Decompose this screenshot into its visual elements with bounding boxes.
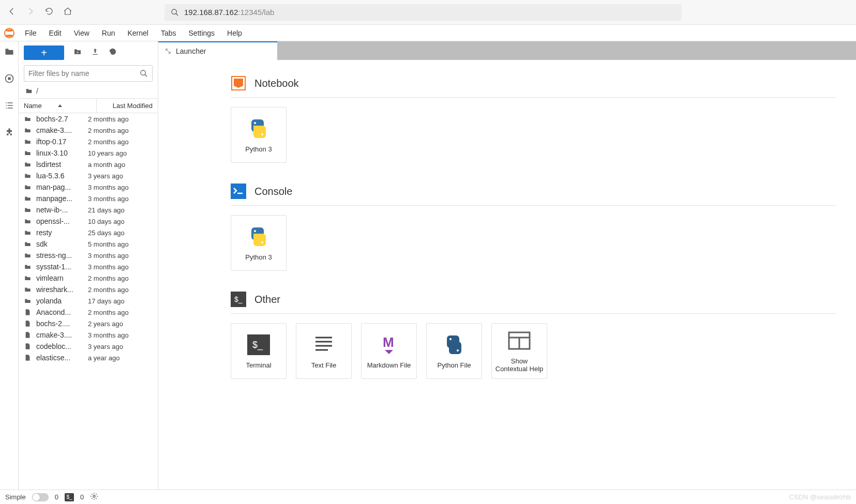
file-list[interactable]: bochs-2.72 months agocmake-3....2 months… xyxy=(19,113,158,490)
file-icon xyxy=(24,354,33,361)
folder-icon xyxy=(24,172,33,179)
launcher-card[interactable]: Python 3 xyxy=(231,107,287,163)
address-bar[interactable]: 192.168.87.162:12345/lab xyxy=(164,4,682,21)
menu-tabs[interactable]: Tabs xyxy=(155,25,183,41)
folder-icon xyxy=(24,149,33,157)
file-row[interactable]: sysstat-1...3 months ago xyxy=(19,261,158,272)
card-label: Python 3 xyxy=(245,145,272,153)
launcher-card[interactable]: Python 3 xyxy=(231,215,287,271)
folder-icon xyxy=(24,286,33,293)
toc-tab-icon[interactable] xyxy=(4,100,14,113)
app-menubar: FileEditViewRunKernelTabsSettingsHelp xyxy=(0,25,856,41)
file-row[interactable]: lsdirtesta month ago xyxy=(19,159,158,170)
file-row[interactable]: netw-ib-...21 days ago xyxy=(19,204,158,216)
search-icon xyxy=(171,8,179,17)
simple-toggle[interactable] xyxy=(32,493,49,501)
breadcrumb[interactable]: / xyxy=(19,85,158,98)
file-row[interactable]: Anacond...2 months ago xyxy=(19,307,158,318)
forward-button[interactable] xyxy=(26,7,35,18)
jupyter-logo[interactable] xyxy=(0,28,19,38)
running-tab-icon[interactable] xyxy=(4,73,14,86)
file-row[interactable]: cmake-3....2 months ago xyxy=(19,125,158,136)
refresh-button[interactable] xyxy=(109,48,117,58)
launcher-body: NotebookPython 3ConsolePython 3$_Other$_… xyxy=(158,60,856,490)
folder-icon xyxy=(24,115,33,123)
file-modified: 2 months ago xyxy=(88,286,129,294)
menu-view[interactable]: View xyxy=(68,25,96,41)
file-name: bochs-2.7 xyxy=(36,115,88,123)
file-row[interactable]: wireshark...2 months ago xyxy=(19,284,158,295)
file-row[interactable]: lua-5.3.63 years ago xyxy=(19,170,158,181)
filter-input-box[interactable] xyxy=(24,65,153,82)
section-badge-icon: $_ xyxy=(231,292,246,307)
file-name: elasticse... xyxy=(36,354,88,362)
section-badge-icon xyxy=(231,75,246,91)
file-row[interactable]: vimlearn2 months ago xyxy=(19,272,158,284)
new-launcher-button[interactable]: + xyxy=(24,45,64,60)
file-row[interactable]: iftop-0.172 months ago xyxy=(19,136,158,147)
file-row[interactable]: resty25 days ago xyxy=(19,227,158,238)
folder-icon xyxy=(24,297,33,304)
menu-kernel[interactable]: Kernel xyxy=(121,25,154,41)
file-row[interactable]: bochs-2....2 years ago xyxy=(19,318,158,329)
status-bar: Simple 0 $_ 0 xyxy=(0,490,856,504)
python-icon xyxy=(247,117,270,140)
reload-button[interactable] xyxy=(44,7,54,18)
column-name[interactable]: Name xyxy=(19,99,97,113)
file-row[interactable]: elasticse...a year ago xyxy=(19,352,158,363)
launch-icon xyxy=(164,48,172,55)
section-badge-icon xyxy=(231,184,246,199)
launcher-card[interactable]: $_Terminal xyxy=(231,323,287,379)
python-icon xyxy=(247,225,270,248)
menu-settings[interactable]: Settings xyxy=(183,25,221,41)
file-row[interactable]: stress-ng...3 months ago xyxy=(19,250,158,261)
menu-run[interactable]: Run xyxy=(96,25,122,41)
svg-rect-2 xyxy=(8,78,10,80)
section-title: Console xyxy=(254,186,292,197)
file-modified: 3 months ago xyxy=(88,195,129,203)
home-button[interactable] xyxy=(63,7,72,18)
back-button[interactable] xyxy=(7,7,17,18)
terminal-status-icon[interactable]: $_ xyxy=(65,493,74,501)
filebrowser-tab-icon[interactable] xyxy=(4,47,14,59)
file-icon xyxy=(24,343,33,350)
launcher-card[interactable]: Text File xyxy=(296,323,352,379)
settings-icon[interactable] xyxy=(90,492,98,502)
file-modified: 10 days ago xyxy=(88,218,125,225)
svg-text:$_: $_ xyxy=(252,340,263,350)
folder-icon xyxy=(24,274,33,282)
file-row[interactable]: linux-3.1010 years ago xyxy=(19,147,158,159)
file-row[interactable]: bochs-2.72 months ago xyxy=(19,113,158,125)
file-row[interactable]: cmake-3....3 months ago xyxy=(19,329,158,341)
file-row[interactable]: sdk5 months ago xyxy=(19,238,158,250)
file-row[interactable]: codebloc...3 years ago xyxy=(19,341,158,352)
file-modified: 10 years ago xyxy=(88,149,127,157)
menu-help[interactable]: Help xyxy=(221,25,248,41)
file-name: cmake-3.... xyxy=(36,126,88,134)
file-name: sysstat-1... xyxy=(36,263,88,271)
file-row[interactable]: manpage...3 months ago xyxy=(19,193,158,204)
filter-input[interactable] xyxy=(28,69,140,78)
launcher-card[interactable]: Python File xyxy=(426,323,482,379)
folder-icon xyxy=(24,240,33,248)
extensions-tab-icon[interactable] xyxy=(4,127,14,140)
column-modified[interactable]: Last Modified xyxy=(97,99,158,113)
folder-icon xyxy=(24,229,33,236)
file-icon xyxy=(24,331,33,339)
menu-edit[interactable]: Edit xyxy=(43,25,68,41)
file-name: stress-ng... xyxy=(36,251,88,259)
file-name: lsdirtest xyxy=(36,160,88,169)
tab-launcher[interactable]: Launcher xyxy=(158,41,277,60)
upload-button[interactable] xyxy=(91,48,99,58)
card-label: Show Contextual Help xyxy=(495,357,544,373)
new-folder-button[interactable] xyxy=(73,48,82,58)
launcher-card[interactable]: MMarkdown File xyxy=(361,323,417,379)
file-modified: 25 days ago xyxy=(88,229,125,237)
launcher-card[interactable]: Show Contextual Help xyxy=(491,323,547,379)
menu-file[interactable]: File xyxy=(19,25,43,41)
file-row[interactable]: yolanda17 days ago xyxy=(19,295,158,307)
file-name: yolanda xyxy=(36,297,88,305)
file-row[interactable]: man-pag...3 months ago xyxy=(19,181,158,193)
file-modified: 2 months ago xyxy=(88,127,129,134)
file-row[interactable]: openssl-...10 days ago xyxy=(19,216,158,227)
